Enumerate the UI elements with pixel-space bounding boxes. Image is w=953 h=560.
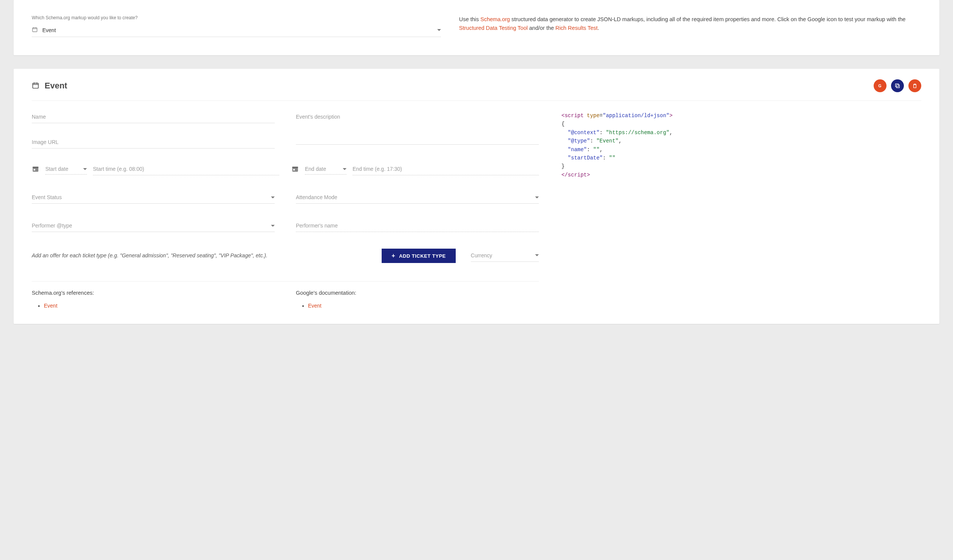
attendance-mode-placeholder: Attendance Mode [296,194,337,200]
rrt-link[interactable]: Rich Results Test [556,25,598,31]
svg-rect-10 [292,167,298,168]
code-column: <script type="application/ld+json"> { "@… [562,112,921,309]
delete-button[interactable] [908,79,921,92]
references-row: Schema.org's references: Event Google's … [32,290,539,309]
start-date-placeholder: Start date [45,166,68,172]
sdtt-link[interactable]: Structured Data Testing Tool [459,25,528,31]
schema-refs-title: Schema.org's references: [32,290,275,296]
add-ticket-label: ADD TICKET TYPE [399,253,446,259]
header-actions: G [874,79,921,92]
event-status-select[interactable]: Event Status [32,192,275,204]
google-test-button[interactable]: G [874,79,886,92]
google-event-link[interactable]: Event [308,302,321,309]
schema-event-link[interactable]: Event [44,302,57,309]
chevron-down-icon [535,254,539,256]
svg-rect-3 [896,85,899,88]
performer-type-placeholder: Performer @type [32,223,72,229]
svg-rect-8 [34,169,35,171]
event-icon [32,82,39,90]
chevron-down-icon [271,197,275,199]
performer-type-select[interactable]: Performer @type [32,220,275,232]
schema-type-select[interactable]: Event [32,24,441,37]
name-input[interactable] [32,112,275,123]
calendar-icon [32,165,39,174]
event-title: Event [45,81,67,91]
svg-rect-1 [33,83,39,88]
schema-org-link[interactable]: Schema.org [480,16,510,22]
divider [32,281,539,281]
copy-button[interactable] [891,79,904,92]
list-item: Event [308,302,539,309]
chevron-down-icon [83,168,87,170]
event-icon [32,26,38,34]
plus-icon: + [391,253,395,259]
add-ticket-button[interactable]: + ADD TICKET TYPE [382,249,456,263]
json-ld-output: <script type="application/ld+json"> { "@… [562,112,921,179]
attendance-mode-select[interactable]: Attendance Mode [296,192,539,204]
svg-rect-5 [914,85,916,88]
chevron-down-icon [271,225,275,227]
chevron-down-icon [437,29,441,31]
intro-mid: structured data generator to create JSON… [510,16,905,22]
end-date-placeholder: End date [305,166,326,172]
schema-type-value: Event [42,27,56,33]
svg-rect-4 [896,84,899,87]
image-url-input[interactable] [32,137,275,149]
chevron-down-icon [343,168,346,170]
list-item: Event [44,302,275,309]
schema-question-label: Which Schema.org markup would you like t… [32,15,441,20]
schema-selector-left: Which Schema.org markup would you like t… [32,15,441,37]
currency-select[interactable]: Currency [471,250,539,262]
intro-end: . [598,25,599,31]
intro-pre: Use this [459,16,480,22]
end-date-select[interactable]: End date [305,164,346,175]
event-header: Event G [32,79,921,101]
description-input[interactable] [296,112,539,145]
start-time-input[interactable] [93,164,279,175]
intro-text: Use this Schema.org structured data gene… [459,15,921,37]
chevron-down-icon [535,197,539,199]
svg-text:G: G [878,84,881,88]
ticket-hint-text: Add an offer for each ticket type (e.g. … [32,252,366,260]
end-time-input[interactable] [352,164,539,175]
event-body: Start date End date [32,112,921,309]
performer-name-input[interactable] [296,220,539,232]
form-column: Start date End date [32,112,539,309]
svg-rect-0 [33,28,37,32]
event-status-placeholder: Event Status [32,194,62,200]
event-card: Event G [14,69,939,324]
start-date-select[interactable]: Start date [45,164,87,175]
google-refs-title: Google's documentation: [296,290,539,296]
svg-rect-11 [293,169,295,171]
schema-selector-card: Which Schema.org markup would you like t… [14,0,939,55]
calendar-icon [291,165,299,174]
intro-andor: and/or the [528,25,555,31]
svg-rect-7 [33,167,39,168]
currency-placeholder: Currency [471,253,492,259]
